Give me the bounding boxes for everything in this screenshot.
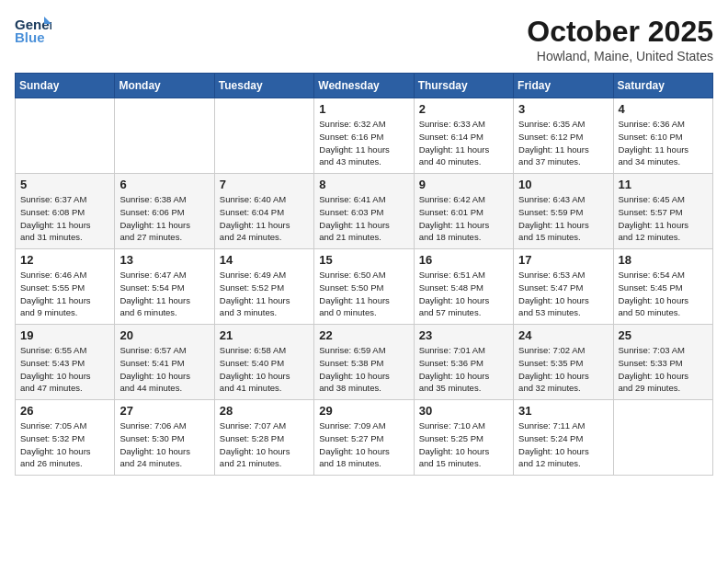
day-number: 3 [518,102,608,116]
day-number: 28 [220,404,309,418]
calendar-cell: 29Sunrise: 7:09 AMSunset: 5:27 PMDayligh… [314,400,414,476]
col-header-thursday: Thursday [414,74,513,98]
day-number: 18 [619,253,708,267]
calendar-cell: 6Sunrise: 6:38 AMSunset: 6:06 PMDaylight… [115,174,214,249]
day-info: Sunrise: 6:43 AMSunset: 5:59 PMDaylight:… [518,193,608,244]
calendar-cell: 24Sunrise: 7:02 AMSunset: 5:35 PMDayligh… [514,325,613,400]
calendar-cell: 1Sunrise: 6:32 AMSunset: 6:16 PMDaylight… [314,98,414,174]
svg-text:Blue: Blue [15,29,45,45]
calendar-cell: 23Sunrise: 7:01 AMSunset: 5:36 PMDayligh… [414,325,513,400]
calendar-cell: 20Sunrise: 6:57 AMSunset: 5:41 PMDayligh… [115,325,214,400]
day-number: 12 [20,253,109,267]
calendar-cell: 16Sunrise: 6:51 AMSunset: 5:48 PMDayligh… [414,249,513,325]
title-block: October 2025 Howland, Maine, United Stat… [527,15,713,63]
calendar-table: SundayMondayTuesdayWednesdayThursdayFrid… [15,73,713,476]
day-number: 29 [319,404,408,418]
calendar-cell: 18Sunrise: 6:54 AMSunset: 5:45 PMDayligh… [613,249,712,325]
calendar-cell: 9Sunrise: 6:42 AMSunset: 6:01 PMDaylight… [414,174,513,249]
day-info: Sunrise: 7:03 AMSunset: 5:33 PMDaylight:… [619,344,708,395]
day-info: Sunrise: 6:45 AMSunset: 5:57 PMDaylight:… [619,193,708,244]
calendar-cell [613,400,712,476]
logo: General Blue [15,15,51,52]
calendar-cell: 21Sunrise: 6:58 AMSunset: 5:40 PMDayligh… [214,325,313,400]
calendar-week-3: 12Sunrise: 6:46 AMSunset: 5:55 PMDayligh… [16,249,713,325]
calendar-cell: 13Sunrise: 6:47 AMSunset: 5:54 PMDayligh… [115,249,214,325]
col-header-tuesday: Tuesday [214,74,313,98]
day-number: 26 [20,404,109,418]
day-number: 11 [619,178,708,191]
location: Howland, Maine, United States [527,49,713,63]
day-info: Sunrise: 6:32 AMSunset: 6:16 PMDaylight:… [319,118,408,168]
month-title: October 2025 [527,15,713,49]
calendar-week-4: 19Sunrise: 6:55 AMSunset: 5:43 PMDayligh… [16,325,713,400]
day-info: Sunrise: 7:09 AMSunset: 5:27 PMDaylight:… [319,419,408,470]
calendar-week-5: 26Sunrise: 7:05 AMSunset: 5:32 PMDayligh… [16,400,713,476]
day-info: Sunrise: 7:11 AMSunset: 5:24 PMDaylight:… [518,419,608,470]
day-info: Sunrise: 6:42 AMSunset: 6:01 PMDaylight:… [419,193,508,244]
day-info: Sunrise: 6:55 AMSunset: 5:43 PMDaylight:… [20,344,109,395]
day-info: Sunrise: 6:46 AMSunset: 5:55 PMDaylight:… [20,269,109,319]
day-number: 4 [619,102,708,116]
day-number: 25 [619,328,708,342]
calendar-cell: 15Sunrise: 6:50 AMSunset: 5:50 PMDayligh… [314,249,414,325]
day-number: 14 [220,253,309,267]
calendar-header-row: SundayMondayTuesdayWednesdayThursdayFrid… [16,74,713,98]
calendar-cell: 19Sunrise: 6:55 AMSunset: 5:43 PMDayligh… [16,325,115,400]
day-info: Sunrise: 6:53 AMSunset: 5:47 PMDaylight:… [518,269,608,319]
col-header-saturday: Saturday [613,74,712,98]
calendar-cell: 30Sunrise: 7:10 AMSunset: 5:25 PMDayligh… [414,400,513,476]
day-number: 13 [119,253,209,267]
calendar-cell [214,98,313,174]
calendar-cell: 14Sunrise: 6:49 AMSunset: 5:52 PMDayligh… [214,249,313,325]
calendar-cell: 7Sunrise: 6:40 AMSunset: 6:04 PMDaylight… [214,174,313,249]
day-number: 27 [119,404,209,418]
page-header: General Blue October 2025 Howland, Maine… [15,15,713,63]
day-info: Sunrise: 6:51 AMSunset: 5:48 PMDaylight:… [419,269,508,319]
calendar-cell: 22Sunrise: 6:59 AMSunset: 5:38 PMDayligh… [314,325,414,400]
day-info: Sunrise: 6:47 AMSunset: 5:54 PMDaylight:… [119,269,209,319]
day-info: Sunrise: 7:10 AMSunset: 5:25 PMDaylight:… [419,419,508,470]
day-info: Sunrise: 6:57 AMSunset: 5:41 PMDaylight:… [119,344,209,395]
day-number: 1 [319,102,408,116]
calendar-cell: 4Sunrise: 6:36 AMSunset: 6:10 PMDaylight… [613,98,712,174]
day-number: 19 [20,328,109,342]
day-number: 7 [220,178,309,191]
calendar-cell: 26Sunrise: 7:05 AMSunset: 5:32 PMDayligh… [16,400,115,476]
day-number: 8 [319,178,408,191]
day-info: Sunrise: 7:05 AMSunset: 5:32 PMDaylight:… [20,419,109,470]
day-number: 30 [419,404,508,418]
day-number: 22 [319,328,408,342]
day-number: 6 [119,178,209,191]
day-info: Sunrise: 6:38 AMSunset: 6:06 PMDaylight:… [119,193,209,244]
day-number: 24 [518,328,608,342]
day-info: Sunrise: 6:54 AMSunset: 5:45 PMDaylight:… [619,269,708,319]
day-info: Sunrise: 6:50 AMSunset: 5:50 PMDaylight:… [319,269,408,319]
day-number: 21 [220,328,309,342]
day-number: 16 [419,253,508,267]
calendar-cell: 27Sunrise: 7:06 AMSunset: 5:30 PMDayligh… [115,400,214,476]
calendar-cell: 12Sunrise: 6:46 AMSunset: 5:55 PMDayligh… [16,249,115,325]
day-number: 17 [518,253,608,267]
col-header-friday: Friday [514,74,613,98]
day-info: Sunrise: 6:40 AMSunset: 6:04 PMDaylight:… [220,193,309,244]
calendar-cell: 25Sunrise: 7:03 AMSunset: 5:33 PMDayligh… [613,325,712,400]
calendar-week-1: 1Sunrise: 6:32 AMSunset: 6:16 PMDaylight… [16,98,713,174]
calendar-cell: 31Sunrise: 7:11 AMSunset: 5:24 PMDayligh… [514,400,613,476]
day-info: Sunrise: 6:33 AMSunset: 6:14 PMDaylight:… [419,118,508,168]
col-header-monday: Monday [115,74,214,98]
day-number: 15 [319,253,408,267]
calendar-cell [16,98,115,174]
day-number: 20 [119,328,209,342]
calendar-week-2: 5Sunrise: 6:37 AMSunset: 6:08 PMDaylight… [16,174,713,249]
day-number: 5 [20,178,109,191]
day-info: Sunrise: 7:01 AMSunset: 5:36 PMDaylight:… [419,344,508,395]
day-info: Sunrise: 6:36 AMSunset: 6:10 PMDaylight:… [619,118,708,168]
logo-icon: General Blue [15,15,51,48]
day-info: Sunrise: 7:07 AMSunset: 5:28 PMDaylight:… [220,419,309,470]
calendar-cell [115,98,214,174]
day-number: 2 [419,102,508,116]
calendar-cell: 2Sunrise: 6:33 AMSunset: 6:14 PMDaylight… [414,98,513,174]
calendar-cell: 11Sunrise: 6:45 AMSunset: 5:57 PMDayligh… [613,174,712,249]
col-header-sunday: Sunday [16,74,115,98]
day-info: Sunrise: 6:59 AMSunset: 5:38 PMDaylight:… [319,344,408,395]
